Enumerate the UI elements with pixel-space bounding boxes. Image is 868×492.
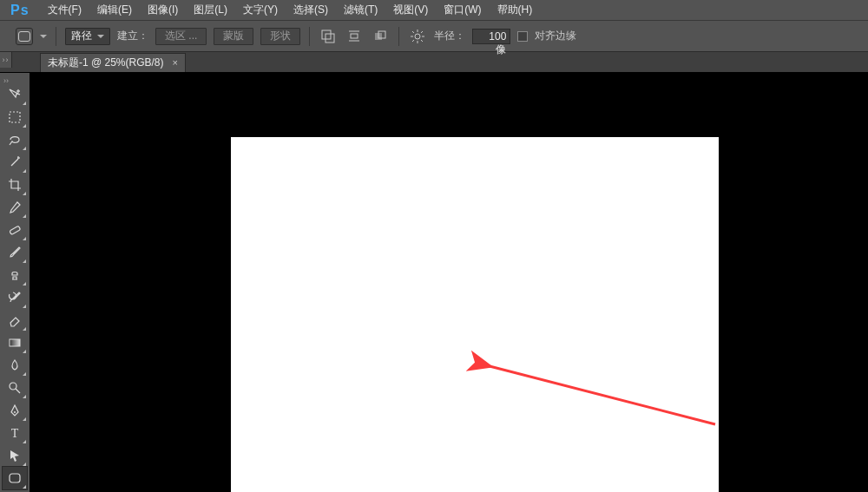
flyout-indicator-icon	[23, 395, 26, 398]
history-brush-tool[interactable]	[3, 286, 27, 309]
flyout-indicator-icon	[23, 305, 26, 308]
radius-label: 半径：	[434, 29, 465, 43]
tool-preset-caret-icon[interactable]	[40, 35, 47, 38]
path-align-icon[interactable]	[345, 27, 364, 46]
menu-bar: Ps 文件(F) 编辑(E) 图像(I) 图层(L) 文字(Y) 选择(S) 滤…	[0, 0, 868, 21]
type-tool[interactable]: T	[3, 422, 27, 444]
flyout-indicator-icon	[23, 124, 26, 128]
svg-point-24	[10, 383, 16, 390]
close-tab-icon[interactable]: ×	[173, 57, 178, 68]
flyout-indicator-icon	[23, 327, 26, 331]
app-logo: Ps	[5, 3, 40, 18]
flyout-dots-icon: ››	[3, 56, 10, 64]
radius-input[interactable]: 100 像	[472, 29, 510, 44]
stamp-tool[interactable]	[3, 264, 27, 286]
magic-wand-tool[interactable]	[3, 151, 27, 174]
svg-line-12	[412, 31, 414, 33]
build-label: 建立：	[117, 29, 148, 43]
marquee-tool[interactable]	[3, 106, 27, 128]
menu-select[interactable]: 选择(S)	[286, 0, 336, 20]
flyout-indicator-icon	[23, 372, 26, 376]
document-tab[interactable]: 未标题-1 @ 25%(RGB/8) ×	[40, 53, 186, 72]
toolbox: ›› T	[0, 73, 30, 492]
eraser-tool[interactable]	[3, 309, 27, 331]
menu-file[interactable]: 文件(F)	[40, 0, 89, 20]
svg-line-13	[421, 40, 423, 42]
menu-image[interactable]: 图像(I)	[140, 0, 186, 20]
shape-tool[interactable]	[3, 467, 27, 489]
svg-point-26	[14, 411, 16, 413]
canvas[interactable]	[231, 137, 719, 492]
svg-line-15	[412, 40, 414, 42]
document-viewport[interactable]	[30, 73, 868, 492]
svg-point-7	[415, 34, 420, 39]
lasso-tool[interactable]	[3, 128, 27, 151]
mode-select-value: 路径	[71, 29, 92, 43]
path-arrange-icon[interactable]	[371, 27, 390, 46]
dodge-tool[interactable]	[3, 377, 27, 399]
flyout-indicator-icon	[23, 350, 26, 353]
flyout-indicator-icon	[23, 237, 26, 240]
flyout-indicator-icon	[23, 440, 26, 443]
align-edges-label: 对齐边缘	[535, 29, 576, 43]
svg-rect-0	[322, 30, 331, 39]
svg-rect-1	[326, 34, 334, 43]
options-bar: 路径 建立： 选区 ... 蒙版 形状 半径： 100 像 对齐边缘	[0, 21, 868, 52]
pen-tool[interactable]	[3, 399, 27, 422]
flyout-indicator-icon	[23, 259, 26, 263]
eyedropper-tool[interactable]	[3, 196, 27, 219]
flyout-indicator-icon	[23, 192, 26, 195]
healing-brush-tool[interactable]	[3, 219, 27, 241]
path-select-tool[interactable]	[3, 444, 27, 467]
svg-rect-23	[10, 339, 20, 346]
gear-icon[interactable]	[408, 27, 427, 46]
make-selection-button[interactable]: 选区 ...	[155, 28, 207, 45]
document-tab-title: 未标题-1 @ 25%(RGB/8)	[48, 56, 164, 70]
align-edges-checkbox[interactable]	[517, 31, 528, 42]
flyout-indicator-icon	[23, 147, 26, 150]
svg-rect-22	[10, 226, 21, 234]
make-mask-button[interactable]: 蒙版	[214, 28, 253, 45]
crop-tool[interactable]	[3, 174, 27, 196]
menu-layer[interactable]: 图层(L)	[186, 0, 235, 20]
active-tool-swatch[interactable]	[16, 28, 33, 45]
blur-tool[interactable]	[3, 354, 27, 377]
flyout-indicator-icon	[23, 282, 26, 285]
mode-select[interactable]: 路径	[65, 28, 110, 45]
gradient-tool[interactable]	[3, 331, 27, 354]
make-shape-button[interactable]: 形状	[260, 28, 300, 45]
svg-rect-28	[10, 474, 20, 482]
panel-flyout-tab[interactable]: ››	[0, 52, 12, 68]
divider	[398, 27, 399, 46]
flyout-indicator-icon	[23, 169, 26, 173]
menu-help[interactable]: 帮助(H)	[490, 0, 541, 20]
flyout-indicator-icon	[23, 102, 26, 105]
svg-rect-3	[351, 34, 358, 38]
menu-view[interactable]: 视图(V)	[385, 0, 436, 20]
chevron-down-icon	[97, 35, 104, 38]
svg-line-14	[421, 31, 423, 33]
divider	[309, 27, 310, 46]
menu-edit[interactable]: 编辑(E)	[89, 0, 140, 20]
document-tab-strip: 未标题-1 @ 25%(RGB/8) ×	[0, 52, 868, 73]
rounded-rectangle-icon	[18, 31, 30, 42]
brush-tool[interactable]	[3, 241, 27, 264]
flyout-indicator-icon	[23, 214, 26, 218]
svg-rect-18	[10, 112, 20, 122]
svg-line-19	[11, 159, 18, 166]
svg-line-25	[16, 389, 20, 393]
menu-filter[interactable]: 滤镜(T)	[336, 0, 385, 20]
menu-window[interactable]: 窗口(W)	[436, 0, 489, 20]
menu-type[interactable]: 文字(Y)	[235, 0, 286, 20]
toolbox-handle[interactable]: ››	[0, 76, 30, 83]
svg-text:T: T	[11, 427, 19, 440]
path-operation-icon[interactable]	[319, 27, 338, 46]
flyout-indicator-icon	[23, 485, 26, 489]
divider	[56, 27, 56, 46]
flyout-indicator-icon	[23, 417, 26, 421]
move-tool[interactable]	[3, 83, 27, 106]
flyout-indicator-icon	[23, 462, 26, 466]
